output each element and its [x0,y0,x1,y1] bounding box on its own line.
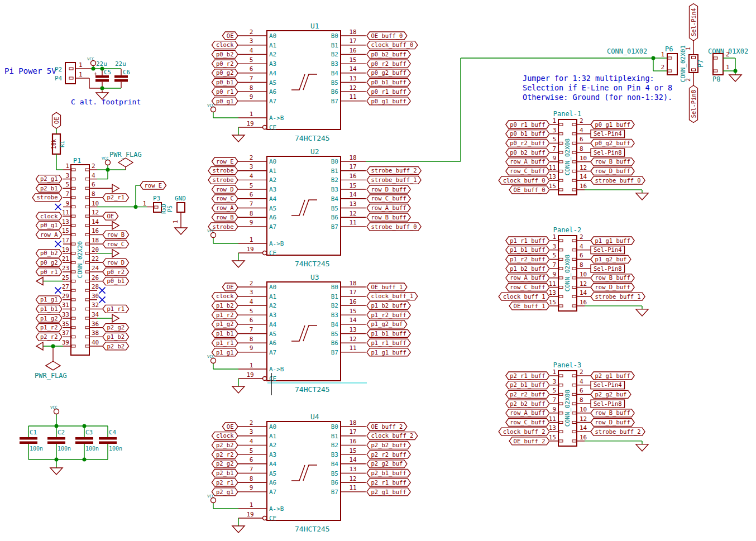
net-label-row_D_buff[interactable]: row_D_buff [367,185,410,193]
net-label-Sel-Pin4[interactable]: Sel-Pin4 [591,130,625,138]
net-label-p0_b2[interactable]: p0_b2 [36,250,62,257]
net-label-p2_b1[interactable]: p2_b1 [212,470,238,477]
net-label-p1_g1[interactable]: p1_g1 [212,348,238,356]
net-label-p0_g1_buff[interactable]: p0_g1_buff [367,97,410,105]
net-label-Sel-Pin4[interactable]: Sel-Pin4 [591,381,625,389]
gnd-symbol[interactable] [36,277,43,285]
gnd-symbol[interactable] [112,314,119,322]
net-label-p1_r2[interactable]: p1_r2 [212,311,238,319]
net-label-row_D[interactable]: row_D [212,185,238,193]
gnd-symbol[interactable] [232,135,245,142]
net-label-p0_b1[interactable]: p0_b1 [212,79,238,87]
net-label-p2_r1_buff[interactable]: p2_r1_buff [367,478,410,486]
net-label-p2_b2[interactable]: p2_b2 [103,342,129,350]
net-label-p0_g2[interactable]: p0_g2 [36,258,62,266]
net-label-clock[interactable]: clock [212,293,238,300]
net-label-p2_r1[interactable]: p2_r1 [103,194,129,202]
net-label-p2_b2[interactable]: p2_b2 [212,441,238,449]
net-label-Sel-Pin4[interactable]: Sel-Pin4 [690,3,698,41]
junction-dot[interactable] [101,87,104,90]
net-label-row_A[interactable]: row_A [36,231,62,238]
net-label-p2_r2[interactable]: p2_r2 [36,333,62,341]
net-label-row_C_buff[interactable]: row_C_buff [367,195,410,203]
vcc-symbol[interactable]: VCC [50,405,59,414]
net-label-p1_r2[interactable]: p1_r2 [36,324,62,332]
net-label-row_A_buff[interactable]: row_A_buff [506,274,549,282]
connector-body[interactable] [65,63,75,84]
net-label-p1_g2_buf[interactable]: p1_g2_buf [591,255,631,263]
gnd-symbol[interactable] [636,193,648,200]
junction-dot[interactable] [106,168,110,172]
net-label-p1_b2_buff[interactable]: p1_b2_buff [367,301,410,309]
net-label-OE[interactable]: OE [222,32,238,40]
no-connect-x[interactable] [99,296,106,303]
net-label-OE[interactable]: OE [222,283,238,291]
junction-dot[interactable] [134,205,138,209]
cap-plate[interactable] [99,442,117,444]
no-connect-x[interactable] [55,204,61,210]
net-label-row_E[interactable]: row_E [140,181,166,189]
net-label-row_D_buff[interactable]: row_D_buff [591,284,634,291]
net-label-clock[interactable]: clock [212,41,238,49]
net-label-OE_buff_0[interactable]: OE_buff_0 [367,32,407,40]
net-label-OE[interactable]: OE [52,112,61,128]
net-label-p1_g1_buff[interactable]: p1_g1_buff [591,237,634,245]
net-label-strobe_buff_0[interactable]: strobe_buff_0 [591,176,645,184]
net-label-p0_b1_buff[interactable]: p0_b1_buff [506,130,549,138]
net-label-row_A[interactable]: row_A [212,204,238,212]
cap-plate[interactable] [99,437,117,440]
net-label-p1_g2_buf[interactable]: p1_g2_buf [367,320,407,328]
net-label-p0_b1_buff[interactable]: p0_b1_buff [367,79,410,87]
net-label-strobe_buff_1[interactable]: strobe_buff_1 [367,176,421,184]
net-label-row_D[interactable]: row_D [103,258,129,266]
net-label-p1_r2_buff[interactable]: p1_r2_buff [506,255,549,263]
gnd-symbol[interactable] [175,228,187,234]
gnd-symbol[interactable] [112,222,119,229]
cap-plate[interactable] [95,79,109,82]
gnd-symbol[interactable] [729,75,741,82]
net-label-OE_buff_2[interactable]: OE_buff_2 [367,423,407,430]
net-label-p0_g2[interactable]: p0_g2 [212,69,238,77]
net-label-p2_g2_buf[interactable]: p2_g2_buf [591,390,631,398]
net-label-Sel-Pin8[interactable]: Sel-Pin8 [591,400,625,408]
pwr-flag-symbol[interactable] [118,158,133,167]
net-label-strobe_buff_2[interactable]: strobe_buff_2 [591,428,645,435]
net-label-row_B_buff[interactable]: row_B_buff [591,158,634,166]
net-label-p0_g1[interactable]: p0_g1 [212,97,238,105]
net-label-clock[interactable]: clock [36,212,62,220]
cap-plate[interactable] [47,442,65,444]
net-label-row_D_buff[interactable]: row_D_buff [591,419,634,427]
net-label-p1_g2[interactable]: p1_g2 [36,314,62,322]
net-label-p2_g2[interactable]: p2_g2 [212,460,238,468]
net-label-p1_b1_buff[interactable]: p1_b1_buff [506,246,549,254]
gnd-symbol[interactable] [36,342,43,350]
gnd-symbol[interactable] [636,444,648,451]
net-label-p2_b1_buff[interactable]: p2_b1_buff [367,470,410,477]
net-label-Sel-Pin8[interactable]: Sel-Pin8 [591,265,625,272]
net-label-row_C[interactable]: row_C [212,195,238,203]
cap-plate[interactable] [47,437,65,440]
net-label-row_A_buff[interactable]: row_A_buff [367,204,410,212]
junction-dot[interactable] [92,67,95,71]
net-label-p1_g2[interactable]: p1_g2 [212,320,238,328]
net-label-p1_g1[interactable]: p1_g1 [36,296,62,304]
net-label-p1_r1[interactable]: p1_r1 [103,305,129,313]
net-label-p1_r1_buff[interactable]: p1_r1_buff [367,339,410,347]
net-label-p0_r1[interactable]: p0_r1 [212,88,238,95]
junction-dot[interactable] [101,67,104,71]
net-label-clock[interactable]: clock [212,432,238,440]
net-label-p1_b2[interactable]: p1_b2 [103,333,129,341]
net-label-p1_r2_buff[interactable]: p1_r2_buff [367,311,410,319]
net-label-row_D_buff[interactable]: row_D_buff [591,167,634,175]
net-label-p0_b2_buff[interactable]: p0_b2_buff [367,50,410,58]
junction-dot[interactable] [83,424,87,428]
net-label-p0_r1[interactable]: p0_r1 [36,268,62,276]
decoupling-caps[interactable]: C1100nC2100nC3100nC4100n [20,414,122,468]
net-label-row_C_buff[interactable]: row_C_buff [506,419,549,427]
net-label-OE[interactable]: OE [103,212,118,220]
net-label-p1_b1_buff[interactable]: p1_b1_buff [367,330,410,338]
net-label-p2_g1_buff[interactable]: p2_g1_buff [367,488,410,496]
net-label-p0_r2_buff[interactable]: p0_r2_buff [506,139,549,147]
junction-dot[interactable] [734,69,738,73]
net-label-OE_buff_2[interactable]: OE_buff_2 [509,437,549,445]
